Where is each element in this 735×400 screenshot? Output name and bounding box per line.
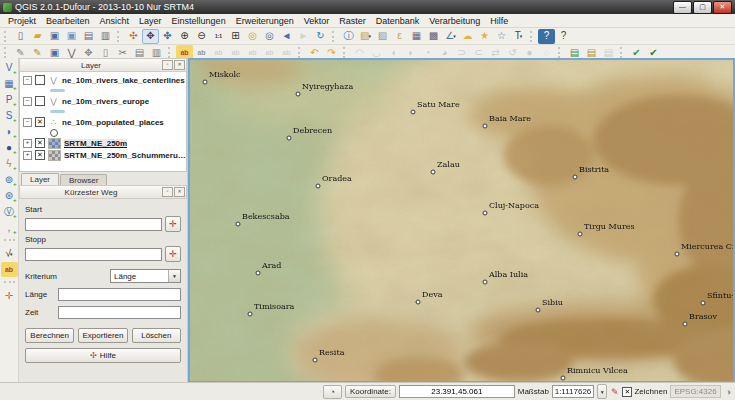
layer-item-ne-10m-rivers-lake-centerlines[interactable]: −⋁ne_10m_rivers_lake_centerlines (20, 74, 186, 86)
pick-stop-button[interactable]: ✛ (165, 246, 181, 262)
menu-ansicht[interactable]: Ansicht (95, 16, 135, 26)
identify-features-icon[interactable]: ⓘ (340, 29, 357, 44)
layer-item-ne-10m-rivers-europe[interactable]: −⋁ne_10m_rivers_europe (20, 95, 186, 107)
menu-erweiterungen[interactable]: Erweiterungen (231, 16, 299, 26)
zoom-full-icon[interactable]: ⊞ (227, 29, 244, 44)
crs-globe-icon[interactable]: ◑ (724, 387, 733, 397)
maximize-button[interactable]: ▢ (693, 1, 712, 14)
layer-checkbox[interactable]: ✕ (35, 117, 45, 127)
add-wfs-layer-icon[interactable]: Ⓥ+ (1, 204, 18, 219)
zoom-to-selection-icon[interactable]: ◎ (244, 29, 261, 44)
stop-input[interactable] (25, 248, 162, 261)
coordinate-label[interactable]: Koordinate: (345, 385, 396, 398)
add-spatialite-layer-icon[interactable]: S+ (1, 108, 18, 123)
tab-layer[interactable]: Layer (21, 173, 59, 185)
shortest-path-close-button[interactable]: ✕ (174, 187, 185, 197)
calculate-button[interactable]: Berechnen (25, 328, 74, 343)
whats-this-icon[interactable]: ? (555, 29, 572, 44)
menu-datenbank[interactable]: Datenbank (371, 16, 425, 26)
refresh-icon[interactable]: ↻ (312, 29, 329, 44)
add-vector-layer-icon[interactable]: V+ (1, 60, 18, 75)
help-button[interactable]: ✣ Hilfe (25, 348, 181, 363)
layer-expander-icon[interactable]: + (23, 139, 32, 148)
text-annotation-dropdown-icon[interactable]: ▾ (520, 33, 523, 39)
touch-zoom-pan-icon[interactable]: ✣ (125, 29, 142, 44)
zoom-to-layer-icon[interactable]: ◎ (261, 29, 278, 44)
crs-status[interactable]: EPSG:4326 (670, 385, 720, 398)
select-by-expression-icon[interactable]: ε (391, 29, 408, 44)
layer-expander-icon[interactable]: − (23, 118, 32, 127)
menu-projekt[interactable]: Projekt (3, 16, 41, 26)
layer-checkbox[interactable]: ✕ (35, 138, 45, 148)
help-contents-icon[interactable]: ? (538, 29, 555, 44)
gps-crosshair-tool-icon[interactable]: ✛ (1, 288, 18, 303)
new-print-composer-icon[interactable]: ▤ (80, 29, 97, 44)
zoom-in-icon[interactable]: ⊕ (176, 29, 193, 44)
map-canvas[interactable]: MiskolcNyiregyhazaSatu MareBaia MareDebr… (188, 58, 735, 383)
pan-map-icon[interactable]: ✥ (142, 29, 159, 44)
tab-browser[interactable]: Browser (60, 174, 107, 185)
layer-item-srtm-ne-250m[interactable]: +✕SRTM_NE_250m (20, 137, 186, 149)
query-tool-icon[interactable]: √▾ (1, 246, 18, 261)
save-project-icon[interactable]: ▣ (46, 29, 63, 44)
select-features-dropdown-icon[interactable]: ▾ (368, 33, 371, 39)
layer-expander-icon[interactable]: − (23, 76, 32, 85)
menu-vektor[interactable]: Vektor (299, 16, 335, 26)
add-raster-layer-icon[interactable]: ▦+ (1, 76, 18, 91)
composer-manager-icon[interactable]: ▥ (97, 29, 114, 44)
open-project-icon[interactable]: ▰ (29, 29, 46, 44)
zoom-last-icon[interactable]: ◄ (278, 29, 295, 44)
pick-start-button[interactable]: ✛ (165, 216, 181, 232)
new-bookmark-icon[interactable]: ★ (476, 29, 493, 44)
layer-checkbox[interactable] (35, 96, 45, 106)
menu-einstellungen[interactable]: Einstellungen (167, 16, 231, 26)
field-calculator-icon[interactable]: ▩ (425, 29, 442, 44)
deselect-all-icon[interactable]: ▧ (374, 29, 391, 44)
layers-panel-float-button[interactable]: ▫ (162, 60, 173, 70)
menu-hilfe[interactable]: Hilfe (485, 16, 513, 26)
pan-to-selection-icon[interactable]: ✤ (159, 29, 176, 44)
zoom-out-icon[interactable]: ⊖ (193, 29, 210, 44)
layer-checkbox[interactable]: ✕ (35, 150, 45, 160)
export-button[interactable]: Exportieren (78, 328, 127, 343)
layer-item-ne-10m-populated-places[interactable]: −✕∴ne_10m_populated_places (20, 116, 186, 128)
add-wcs-layer-icon[interactable]: ⊛+ (1, 188, 18, 203)
scale-value[interactable]: 1:1117626 (552, 385, 594, 398)
open-attribute-table-icon[interactable]: ▦ (408, 29, 425, 44)
query-tool-dropdown-icon[interactable]: ▾ (10, 251, 13, 257)
add-delimited-text-layer-icon[interactable]: ,+ (1, 220, 18, 235)
start-input[interactable] (25, 218, 162, 231)
menu-bearbeiten[interactable]: Bearbeiten (41, 16, 95, 26)
render-checkbox[interactable]: ✕ Zeichnen (622, 387, 667, 397)
length-input[interactable] (58, 288, 181, 301)
time-input[interactable] (58, 306, 181, 319)
add-oracle-layer-icon[interactable]: ●+ (1, 140, 18, 155)
menu-raster[interactable]: Raster (334, 16, 371, 26)
show-bookmarks-icon[interactable]: ☆ (493, 29, 510, 44)
add-postgis-layer-icon[interactable]: P+ (1, 92, 18, 107)
criterion-select[interactable]: Länge ▼ (110, 269, 181, 283)
new-project-icon[interactable]: ▯ (12, 29, 29, 44)
zoom-native-icon[interactable]: 1:1 (210, 29, 227, 44)
clear-button[interactable]: Löschen (132, 328, 181, 343)
menu-layer[interactable]: Layer (134, 16, 167, 26)
select-features-icon[interactable]: ▧▾ (357, 29, 374, 44)
coordinate-input[interactable] (399, 385, 515, 398)
add-sqlanywhere-layer-icon[interactable]: ϟ+ (1, 156, 18, 171)
add-mssql-layer-icon[interactable]: ◗+ (1, 124, 18, 139)
labels-tool-icon[interactable]: ab (1, 262, 18, 277)
shortest-path-float-button[interactable]: ▫ (162, 187, 173, 197)
text-annotation-icon[interactable]: T▾ (510, 29, 527, 44)
layer-expander-icon[interactable]: − (23, 97, 32, 106)
minimize-button[interactable]: — (673, 1, 692, 14)
layer-checkbox[interactable] (35, 75, 45, 85)
extent-tracking-button[interactable]: ◔ (323, 385, 342, 399)
measure-dropdown-icon[interactable]: ▾ (453, 33, 456, 39)
stop-render-icon[interactable]: ✎ (610, 387, 619, 397)
layer-expander-icon[interactable]: + (23, 151, 32, 160)
add-wms-layer-icon[interactable]: ⊚+ (1, 172, 18, 187)
layers-panel-close-button[interactable]: ✕ (174, 60, 185, 70)
scale-dropdown-button[interactable]: ▼ (597, 384, 607, 399)
measure-icon[interactable]: ∠▾ (442, 29, 459, 44)
zoom-next-icon[interactable]: ► (295, 29, 312, 44)
